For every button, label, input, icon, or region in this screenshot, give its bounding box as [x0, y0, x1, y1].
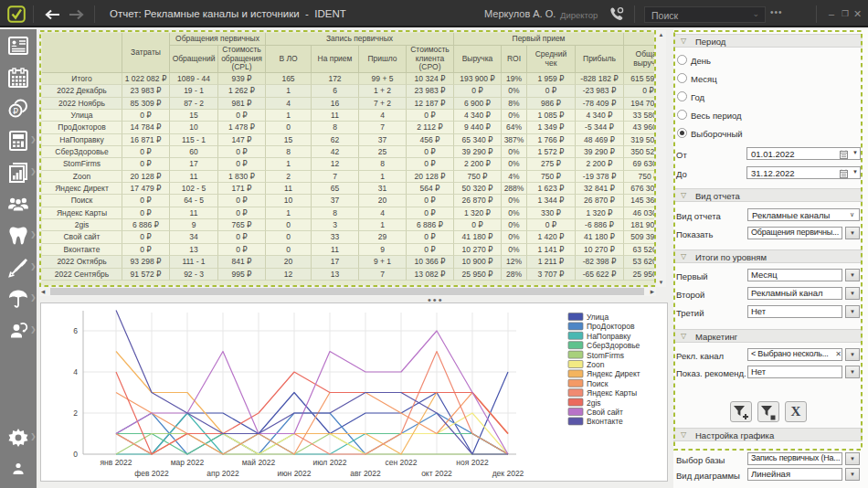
svg-text:НаПоправку: НаПоправку	[587, 332, 631, 341]
svg-text:июн 2022: июн 2022	[277, 469, 311, 478]
svg-text:апр 2022: апр 2022	[206, 469, 239, 478]
svg-text:июл 2022: июл 2022	[312, 458, 346, 467]
svg-text:₽: ₽	[13, 106, 18, 116]
svg-text:Улица: Улица	[587, 313, 609, 322]
svg-text:мар 2022: мар 2022	[171, 458, 205, 467]
svg-text:дек 2022: дек 2022	[492, 469, 524, 478]
svg-text:StomFirms: StomFirms	[587, 351, 624, 360]
svg-text:Яндекс Карты: Яндекс Карты	[587, 388, 637, 398]
svg-text:Zoon: Zoon	[587, 360, 605, 369]
svg-text:янв 2022: янв 2022	[100, 458, 132, 467]
svg-text:авг 2022: авг 2022	[350, 469, 381, 478]
svg-text:0: 0	[73, 450, 78, 459]
svg-text:май 2022: май 2022	[242, 458, 276, 467]
svg-text:4: 4	[73, 367, 78, 377]
svg-text:ноя 2022: ноя 2022	[456, 458, 489, 467]
svg-text:2: 2	[73, 408, 78, 418]
svg-text:СберЗдоровье: СберЗдоровье	[587, 341, 640, 350]
svg-text:Свой сайт: Свой сайт	[587, 408, 623, 417]
svg-text:Вконтакте: Вконтакте	[587, 417, 623, 426]
svg-text:6: 6	[73, 326, 78, 335]
svg-text:Яндекс Директ: Яндекс Директ	[587, 369, 640, 378]
svg-text:фев 2022: фев 2022	[134, 469, 169, 478]
svg-text:ПроДокторов: ПроДокторов	[587, 322, 635, 331]
svg-text:сен 2022: сен 2022	[386, 458, 418, 467]
svg-text:окт 2022: окт 2022	[421, 469, 452, 478]
svg-text:Поиск: Поиск	[587, 379, 609, 388]
svg-text:2gis: 2gis	[587, 398, 601, 408]
